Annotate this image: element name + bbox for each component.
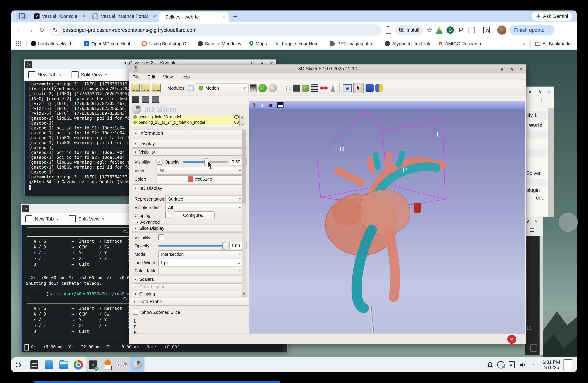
gazebo-scrollbar[interactable] — [548, 108, 554, 217]
show-desktop-button[interactable] — [564, 359, 572, 370]
tab-close-icon[interactable]: × — [83, 13, 86, 19]
forward-button[interactable]: → — [25, 26, 36, 34]
color-button[interactable]: #e0614c — [157, 175, 244, 183]
panel-scrollbar[interactable]: ▼ — [242, 129, 246, 297]
rviz-maximize-icon[interactable]: ∧ — [526, 218, 530, 224]
section-data-probe[interactable]: ▾ Data Probe — [131, 298, 250, 306]
rviz-hamburger-icon[interactable]: ☰ — [530, 227, 534, 233]
model-row[interactable]: bending_link_23_model — [132, 115, 246, 119]
reload-button[interactable]: ↻ — [36, 26, 47, 34]
bookmark-pet-imaging[interactable]: PET imaging of tu... — [330, 41, 377, 46]
drive-extension-icon[interactable] — [436, 26, 443, 34]
slice-opacity-handle[interactable] — [222, 243, 227, 249]
back-arrow-icon[interactable]: ← — [258, 84, 267, 92]
menu-edit[interactable]: Edit — [147, 74, 155, 80]
section-slice-display[interactable]: ▾ Slice Display — [132, 225, 248, 232]
representation-dropdown[interactable]: Surface ▾ — [165, 195, 244, 203]
history-icon[interactable] — [250, 84, 257, 92]
konsole1-new-tab-button[interactable]: New Tab ∨ — [28, 71, 61, 78]
tab-selkies-webrtc[interactable]: Selkies - webrtc × — [159, 12, 229, 22]
browser-menu-kebab-icon[interactable]: ⋮ — [547, 27, 552, 33]
bookmark-maps[interactable]: Maps — [249, 41, 267, 46]
menu-file[interactable]: File — [132, 74, 140, 80]
gazebo-row[interactable]: Solver — [526, 169, 547, 177]
visibility-checkbox[interactable]: ✓ — [157, 159, 163, 165]
save-button[interactable]: SAVE — [152, 84, 161, 92]
bookmark-atypon[interactable]: Atypon full text link — [385, 41, 430, 46]
eye-icon[interactable] — [234, 121, 239, 124]
section-scalars[interactable]: ▸ Scalars — [132, 276, 248, 283]
screenshot-icon[interactable]: ▣ — [343, 84, 352, 92]
volume-cube-icon[interactable] — [293, 85, 300, 92]
scroll-down-icon[interactable]: ▼ — [242, 292, 246, 297]
bookmark-jekyll[interactable]: benbalter/jekyll-b... — [31, 41, 76, 46]
capture-camera-icon[interactable] — [132, 96, 139, 103]
konsole1-split-view-button[interactable]: Split View ∨ — [72, 71, 107, 78]
view-dropdown[interactable]: All ▾ — [157, 167, 244, 174]
visible-sides-dropdown[interactable]: All ▾ — [165, 204, 244, 211]
spin-down-icon[interactable]: ▼ — [238, 263, 240, 265]
markups-icon[interactable]: ✱✱ — [320, 85, 328, 91]
tab-close-icon[interactable]: × — [222, 14, 225, 20]
updates-icon[interactable]: ↑ — [496, 361, 506, 368]
rviz-scrollbar[interactable] — [540, 236, 543, 355]
bookmark-amigo[interactable]: R AMIGO Research... — [438, 41, 485, 46]
extensions-puzzle-icon[interactable] — [468, 26, 476, 34]
profile-avatar[interactable] — [497, 25, 506, 35]
load-data-button[interactable]: DATA — [131, 84, 140, 92]
finish-update-button[interactable]: Finish update ⋮ — [509, 25, 554, 35]
gazebo-close-icon[interactable]: × — [547, 89, 551, 95]
gazebo-minimize-icon[interactable]: ∨ — [528, 88, 532, 95]
annotation-pen-icon[interactable] — [330, 84, 336, 92]
chrome-button[interactable] — [71, 357, 86, 372]
slicer-minimize-icon[interactable]: ∨ — [500, 66, 504, 72]
p-extension-icon[interactable]: P — [457, 26, 465, 34]
slicer-maximize-icon[interactable]: ∧ — [510, 66, 514, 72]
modules-dropdown[interactable]: Models ▾ — [196, 83, 249, 93]
pointer-tool-button[interactable] — [353, 83, 364, 93]
bookmark-openmd[interactable]: + OpenMD.com Heal... — [84, 41, 134, 46]
back-button[interactable]: ← — [14, 26, 25, 34]
grammarly-extension-icon[interactable]: G — [446, 26, 454, 34]
model-list-scrollbar[interactable]: ▲ ▼ — [239, 115, 245, 126]
configure-button[interactable]: Configure... — [174, 211, 215, 219]
new-tab-button[interactable]: + — [233, 12, 237, 20]
menu-help[interactable]: Help — [181, 74, 190, 80]
discover-button[interactable] — [42, 357, 56, 372]
model-row[interactable]: bending_23_to_24_x_rotation_model — [132, 119, 246, 125]
slicer-close-icon[interactable]: × — [520, 66, 523, 72]
rviz-close-icon[interactable]: × — [535, 218, 538, 224]
error-close-button[interactable]: × — [507, 335, 516, 344]
bookmark-mendeley[interactable]: Save to Mendeley — [198, 41, 241, 46]
bookmark-star-icon[interactable]: ☆ — [426, 26, 432, 34]
section-information[interactable]: ▸ Information — [132, 129, 248, 137]
section-display[interactable]: ▾ Display — [132, 140, 248, 148]
viewport-canvas[interactable]: R L P — [249, 109, 525, 334]
module-hierarchy-icon[interactable]: ⋮≡ — [284, 85, 292, 92]
scroll-down-icon[interactable]: ▼ — [241, 123, 243, 126]
gazebo-taskbar-button[interactable] — [100, 357, 115, 372]
python-console-icon[interactable] — [375, 84, 383, 92]
app-launcher-button[interactable] — [11, 357, 27, 372]
clipboard-tray-icon[interactable] — [506, 361, 517, 368]
tab-vastai-console[interactable]: V Vast.ai | Console × — [31, 11, 89, 22]
address-bar[interactable]: passenger-profession-representations-gig… — [49, 24, 381, 36]
section-color-legend[interactable]: ▸ Color Legend — [132, 283, 248, 290]
gazebo-kebab-icon[interactable]: ⋮ — [539, 97, 545, 104]
show-zoomed-slice-checkbox[interactable] — [133, 309, 138, 315]
gazebo-maximize-icon[interactable]: ∧ — [538, 88, 542, 95]
tab-search-button[interactable] — [16, 13, 28, 20]
konsole-taskbar-button[interactable]: > + — [86, 357, 100, 372]
clipboard-extension-icon[interactable] — [385, 26, 392, 34]
crosshair-icon[interactable]: ⊕ — [268, 102, 273, 108]
section-3d-display[interactable]: ▾ 3D Display — [132, 184, 248, 192]
threed-viewport[interactable]: 1 ⊕ — [249, 101, 525, 334]
advanced-expander[interactable]: ▸ Advanced — [137, 220, 160, 225]
site-settings-icon[interactable] — [51, 25, 60, 35]
slicer-taskbar-button[interactable] — [130, 357, 145, 372]
file-manager-button[interactable] — [56, 357, 71, 372]
scene-camera-icon[interactable] — [142, 96, 149, 103]
scroll-up-icon[interactable]: ▲ — [241, 115, 243, 118]
color-table-dropdown[interactable]: ▾ — [158, 267, 244, 274]
rviz-taskbar-button[interactable]: RViz — [115, 357, 130, 372]
